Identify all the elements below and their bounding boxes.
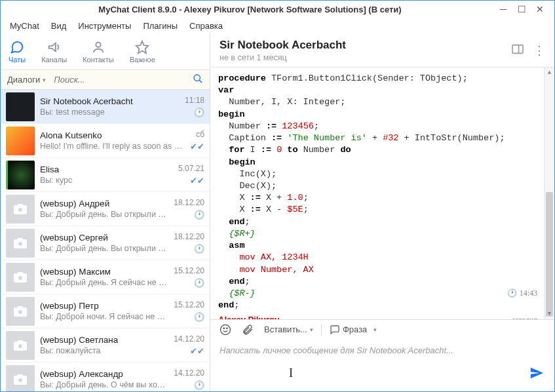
messages-area[interactable]: procedure TForm1.Button1Click(Sender: TO… [210, 68, 554, 319]
message-day-label: сегодня [512, 315, 537, 319]
check-icon: ✔✔ [190, 346, 204, 356]
window-title: MyChat Client 8.9.0 - Alexey Pikurov [Ne… [6, 5, 494, 14]
chat-name: Alona Kutsenko [40, 130, 185, 140]
text-cursor-icon: I [289, 366, 293, 380]
chevron-down-icon: ▾ [43, 77, 46, 83]
scroll-thumb[interactable] [546, 192, 553, 317]
scrollbar-vertical[interactable]: ▲ ▼ [544, 68, 554, 319]
avatar [6, 331, 35, 360]
toolbar-chats-label: Чаты [9, 56, 26, 64]
chat-row[interactable]: (websup) МаксимВы: Добрый день. Я сейчас… [1, 260, 210, 294]
chats-icon [10, 40, 24, 54]
chat-time: 18.12.20 [174, 198, 204, 207]
svg-point-11 [18, 310, 22, 314]
dialogs-dropdown[interactable]: Диалоги ▾ [1, 75, 50, 85]
chat-header: Sir Notebook Acerbacht не в сети 1 месяц… [210, 33, 554, 68]
compose-input[interactable]: Написать личное сообщение для Sir Notebo… [210, 339, 554, 391]
divider [321, 324, 322, 336]
svg-point-7 [18, 242, 22, 246]
chat-row[interactable]: (websup) ПетрВы: Доброй ночи. Я сейчас н… [1, 294, 210, 328]
dialogs-label: Диалоги [7, 75, 40, 85]
svg-point-13 [18, 344, 22, 348]
chat-preview: Hello! I'm offline. I'll reply as soon a… [40, 142, 185, 151]
menu-view[interactable]: Вид [46, 19, 72, 33]
clock-icon: 🕐 [194, 244, 204, 254]
svg-point-5 [18, 208, 22, 212]
panel-toggle-icon[interactable] [511, 44, 524, 56]
chat-preview: Вы: Доброй ночи. Я сейчас не в офи... [40, 312, 168, 321]
message-time-1: 🕐 14:43 [507, 288, 537, 298]
chat-time: 15.12.20 [174, 266, 204, 275]
avatar [6, 195, 35, 224]
chat-row[interactable]: ElisaВы: курс5.07.21✔✔ [1, 158, 210, 192]
search-input[interactable] [50, 75, 186, 85]
scroll-up-icon[interactable]: ▲ [545, 68, 554, 78]
clock-icon: 🕐 [507, 288, 517, 298]
toolbar-channels-label: Каналы [41, 56, 67, 64]
svg-marker-1 [136, 41, 148, 52]
check-icon: ✔✔ [190, 142, 204, 151]
right-pane: Sir Notebook Acerbacht не в сети 1 месяц… [210, 33, 554, 391]
chat-row[interactable]: (websup) АндрейВы: Добрый день. Вы откры… [1, 192, 210, 226]
chat-row[interactable]: Alona KutsenkoHello! I'm offline. I'll r… [1, 124, 210, 158]
check-icon: ✔✔ [190, 176, 204, 186]
toolbar-chats[interactable]: Чаты [9, 40, 26, 64]
toolbar-contacts-label: Контакты [83, 56, 114, 64]
maximize-button[interactable]: ☐ [512, 3, 531, 16]
chat-time: сб [196, 130, 204, 139]
menu-mychat[interactable]: MyChat [5, 19, 45, 33]
clock-icon: 🕐 [194, 278, 204, 288]
chat-row[interactable]: (websup) СветланаВы: пожалуйста14.12.20✔… [1, 328, 210, 363]
chat-list[interactable]: Sir Notebook AcerbachtВы: test message11… [1, 90, 210, 391]
chevron-down-icon: ▾ [310, 326, 313, 333]
chevron-down-icon: ▾ [373, 326, 377, 333]
svg-point-0 [96, 42, 100, 47]
compose-toolbar: Вставить... ▾ Фраза ▾ [210, 319, 554, 339]
chat-preview: Вы: пожалуйста [40, 346, 168, 355]
svg-point-18 [221, 324, 231, 334]
titlebar[interactable]: MyChat Client 8.9.0 - Alexey Pikurov [Ne… [1, 1, 554, 18]
svg-rect-16 [512, 45, 523, 54]
toolbar-important[interactable]: Важное [130, 40, 155, 64]
svg-point-9 [18, 276, 22, 280]
search-icon[interactable] [186, 73, 210, 86]
conversation-status: не в сети 1 месяц [220, 53, 511, 62]
contacts-icon [91, 40, 105, 54]
chat-preview: Вы: Добрый день. Вы открыли со мн... [40, 210, 168, 219]
close-button[interactable]: ✕ [531, 3, 549, 16]
clock-icon: 🕐 [194, 312, 204, 322]
chat-preview: Вы: Добрый день. Я сейчас не в офи... [40, 278, 168, 287]
avatar [6, 297, 35, 326]
toolbar-channels[interactable]: Каналы [41, 40, 67, 64]
svg-line-3 [199, 80, 202, 83]
avatar [6, 229, 35, 258]
menu-plugins[interactable]: Плагины [138, 19, 183, 33]
chat-time: 11:18 [185, 96, 204, 105]
scroll-down-icon[interactable]: ▼ [545, 309, 554, 319]
menu-help[interactable]: Справка [184, 19, 228, 33]
minimize-button[interactable]: ─ [494, 3, 512, 16]
left-pane: Чаты Каналы Контакты Важное Диалоги ▾ [1, 33, 210, 391]
message-sender: Alexey Pikurov [218, 314, 279, 319]
channels-icon [47, 40, 62, 54]
chat-row[interactable]: Sir Notebook AcerbachtВы: test message11… [1, 90, 210, 124]
chat-time: 15.12.20 [174, 300, 204, 309]
attach-button[interactable] [239, 323, 256, 337]
compose-placeholder: Написать личное сообщение для Sir Notebo… [220, 345, 545, 355]
more-icon[interactable]: ⋮ [533, 43, 545, 58]
code-message: procedure TForm1.Button1Click(Sender: TO… [218, 73, 546, 311]
toolbar-contacts[interactable]: Контакты [83, 40, 114, 64]
menu-tools[interactable]: Инструменты [73, 19, 136, 33]
send-button[interactable] [529, 366, 544, 382]
conversation-title: Sir Notebook Acerbacht [220, 39, 511, 52]
emoji-button[interactable] [217, 323, 234, 337]
chat-name: (websup) Максим [40, 267, 168, 277]
chat-row[interactable]: (websup) СергейВы: Добрый день. Вы откры… [1, 226, 210, 260]
avatar [6, 161, 35, 189]
insert-button[interactable]: Вставить... ▾ [261, 323, 316, 336]
chat-name: (websup) Петр [40, 301, 168, 311]
search-row: Диалоги ▾ [1, 70, 210, 90]
phrase-button[interactable]: Фраза ▾ [327, 323, 379, 336]
chat-row[interactable]: (websup) АлександрВы: Добрый день. О чём… [1, 363, 210, 391]
avatar [6, 127, 35, 155]
